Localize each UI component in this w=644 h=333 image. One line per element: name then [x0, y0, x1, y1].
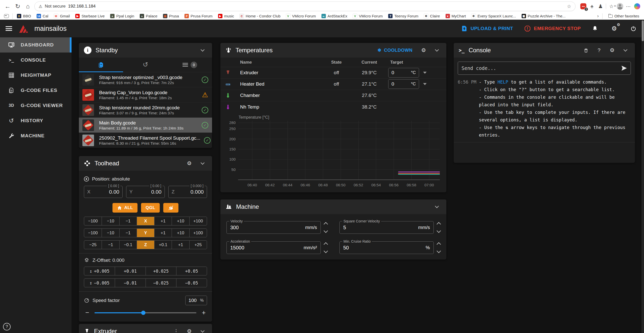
target-dropdown-icon[interactable]: [423, 72, 427, 74]
slider-plus-button[interactable]: +: [201, 309, 206, 317]
bookmark[interactable]: CHome - Condor Club: [237, 13, 283, 19]
tab-files[interactable]: [79, 58, 123, 72]
bookmark[interactable]: ʌPalace: [137, 13, 160, 19]
file-row[interactable]: 250902_Threaded Filament Spool Support.g…: [79, 133, 212, 148]
favorites-list-icon[interactable]: ☆≡: [607, 2, 616, 11]
collapse-button[interactable]: [432, 202, 441, 211]
address-bar[interactable]: ⚠ Not secure 192.168.1.184 ☆: [34, 2, 576, 11]
gear-icon[interactable]: ⚙: [608, 46, 617, 55]
z-offset-button[interactable]: −0.01: [115, 279, 145, 287]
acceleration-input[interactable]: Acceleration 15000 mm/s²: [226, 241, 321, 254]
jog-button[interactable]: +1: [154, 217, 172, 225]
jog-button[interactable]: −25: [84, 241, 102, 249]
jog-button[interactable]: −10: [102, 217, 119, 225]
collapse-button[interactable]: [432, 46, 441, 55]
jog-button[interactable]: +10: [172, 217, 189, 225]
bookmark[interactable]: MGmail: [52, 13, 72, 19]
jog-button[interactable]: −1: [119, 217, 137, 225]
tab-queue[interactable]: 0: [168, 58, 212, 72]
refresh-icon[interactable]: ↻: [13, 2, 23, 11]
bookmark[interactable]: ▦Puzzle Archive - The...: [519, 13, 568, 19]
bookmark[interactable]: ▶Starbase Live: [73, 13, 107, 19]
bookmark[interactable]: TTeensy Forum: [386, 13, 421, 19]
jog-button[interactable]: +100: [189, 217, 207, 225]
sidebar-toggle-icon[interactable]: [4, 14, 9, 18]
browser-menu-icon[interactable]: ⋯: [624, 2, 633, 11]
copilot-icon[interactable]: [633, 2, 641, 11]
upload-print-button[interactable]: UPLOAD & PRINT: [461, 25, 513, 32]
bookmark[interactable]: PPrusa Forum: [182, 13, 215, 19]
jog-button[interactable]: −100: [84, 217, 102, 225]
trash-icon[interactable]: [581, 46, 590, 55]
scrollbar-thumb[interactable]: [642, 20, 644, 41]
stepper-up-icon[interactable]: [437, 222, 441, 226]
z-position-field[interactable]: [ 0.000 ] Z 0.000: [168, 186, 207, 198]
spade-extension-icon[interactable]: ♠: [588, 2, 596, 11]
stepper-down-icon[interactable]: [324, 249, 328, 253]
bookmark[interactable]: ∞ArdStackEx: [319, 13, 350, 19]
bookmark[interactable]: ♥MyChart: [443, 13, 468, 19]
collapse-button[interactable]: [198, 46, 207, 55]
file-row-selected[interactable]: Main Body.gcodeFilament: 11.89 m / 36 g,…: [79, 118, 212, 133]
home-icon[interactable]: ⌂: [23, 2, 33, 11]
help-button[interactable]: ?: [3, 323, 11, 330]
interface-settings-button[interactable]: ⚙⚙: [609, 23, 619, 34]
z-offset-button[interactable]: ↥+0.005: [84, 267, 115, 275]
stepper-down-icon[interactable]: [437, 249, 441, 253]
home-all-button[interactable]: ALL: [112, 203, 138, 213]
stepper-down-icon[interactable]: [324, 229, 328, 233]
target-dropdown-icon[interactable]: [423, 83, 427, 85]
profile-avatar[interactable]: [616, 2, 624, 11]
z-offset-button[interactable]: −0.05: [176, 279, 207, 287]
file-row[interactable]: Strap tensioner optimized _v003.gcodeFil…: [79, 72, 212, 87]
sidebar-item-heightmap[interactable]: HEIGHTMAP: [0, 68, 72, 83]
sidebar-item-gcode-viewer[interactable]: 3D G-CODE VIEWER: [0, 98, 72, 113]
velocity-input[interactable]: Velocity 300 mm/s: [226, 221, 321, 234]
target-temp-select[interactable]: 0°C: [388, 68, 419, 78]
sidebar-item-dashboard[interactable]: DASHBOARD: [0, 37, 72, 53]
collapse-button[interactable]: [198, 159, 207, 168]
stepper-up-icon[interactable]: [324, 222, 328, 226]
favorite-star-icon[interactable]: ☆: [567, 4, 571, 9]
z-offset-button[interactable]: ↧−0.005: [84, 279, 115, 287]
send-icon[interactable]: [621, 66, 627, 71]
kebab-menu-icon[interactable]: ⋮: [172, 327, 181, 333]
bookmark[interactable]: BBBO: [15, 13, 33, 19]
gear-icon[interactable]: ⚙: [185, 327, 194, 333]
sidebar-item-gcode-files[interactable]: G-CODE FILES: [0, 83, 72, 98]
bookmark[interactable]: ⊕Every SpaceX Launc...: [469, 13, 518, 19]
scv-input[interactable]: Square Corner Velocity 5 mm/s: [339, 221, 434, 234]
jog-button[interactable]: +10: [172, 229, 189, 237]
bookmark[interactable]: ▣Prusa: [161, 13, 181, 19]
z-offset-button[interactable]: +0.01: [115, 267, 145, 275]
gear-icon[interactable]: ⚙: [185, 159, 194, 168]
speed-factor-field[interactable]: 100 %: [185, 296, 207, 305]
jog-button[interactable]: +100: [189, 229, 207, 237]
emergency-stop-button[interactable]: EMERGENCY STOP: [524, 25, 581, 32]
sidebar-item-history[interactable]: ↺ HISTORY: [0, 113, 72, 128]
power-button[interactable]: [628, 23, 638, 34]
jog-button[interactable]: −10: [102, 229, 119, 237]
notifications-button[interactable]: [590, 23, 600, 34]
back-icon[interactable]: ←: [3, 2, 13, 11]
extension-button[interactable]: ••• 1: [579, 2, 588, 11]
console-input[interactable]: [462, 65, 618, 71]
extensions-menu-icon[interactable]: ♟: [596, 2, 605, 11]
bookmark[interactable]: VVMicro Forum: [351, 13, 385, 19]
y-position-field[interactable]: [ 0.00 ] Y 0.00: [126, 186, 165, 198]
sidebar-item-console[interactable]: >_ CONSOLE: [0, 53, 72, 68]
file-row[interactable]: Bearing Cap_Voron Logo.gcodeFilament: 1.…: [79, 87, 212, 103]
jog-button[interactable]: +1: [172, 241, 189, 249]
help-command-link[interactable]: HELP: [498, 80, 508, 85]
jog-button[interactable]: −100: [84, 229, 102, 237]
motors-off-button[interactable]: [163, 203, 178, 213]
jog-button[interactable]: −0.1: [119, 241, 137, 249]
collapse-button[interactable]: [621, 46, 630, 55]
qgl-button[interactable]: QGL: [141, 203, 160, 213]
target-temp-select[interactable]: 0°C: [388, 79, 419, 89]
stepper-up-icon[interactable]: [324, 242, 328, 247]
bookmark[interactable]: ʌPpal Login: [108, 13, 136, 19]
sidebar-item-machine[interactable]: MACHINE: [0, 128, 72, 143]
collapse-button[interactable]: [198, 327, 207, 333]
stepper-up-icon[interactable]: [437, 242, 441, 247]
